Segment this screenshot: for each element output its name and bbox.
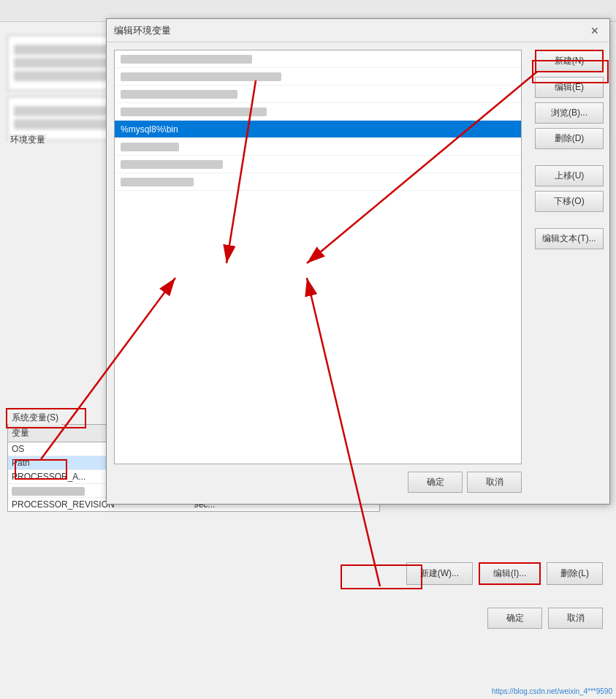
new-w-button[interactable]: 新建(W)... (406, 562, 473, 585)
dialog-confirm-buttons: 确定 取消 (114, 464, 522, 496)
list-item-mysql-text: %mysql8%\bin (121, 124, 178, 135)
list-item-text (121, 90, 237, 99)
list-item[interactable] (115, 156, 521, 173)
final-ok-cancel-buttons: 确定 取消 (106, 602, 610, 635)
sys-var-label: 系统变量(S) (9, 411, 61, 425)
new-n-button[interactable]: 新建(N) (535, 50, 604, 72)
dialog-list-area: %mysql8%\bin 确定 取消 (107, 42, 529, 504)
edit-env-dialog: 编辑环境变量 ✕ %mysql8%\bin (106, 18, 610, 505)
final-ok-button[interactable]: 确定 (487, 608, 542, 629)
list-item[interactable] (115, 68, 521, 86)
move-up-button[interactable]: 上移(U) (535, 165, 604, 186)
dialog-title-bar: 编辑环境变量 ✕ (107, 19, 609, 42)
dialog-close-button[interactable]: ✕ (588, 23, 602, 38)
dialog-body: %mysql8%\bin 确定 取消 新建(N) 编辑(E) 浏览 (107, 42, 609, 504)
list-item[interactable] (115, 103, 521, 121)
list-item-text (121, 143, 179, 151)
move-down-button[interactable]: 下移(O) (535, 191, 604, 212)
list-item-text (121, 160, 223, 169)
edit-i-button[interactable]: 编辑(I)... (479, 562, 541, 585)
dialog-ok-button[interactable]: 确定 (408, 472, 463, 493)
spacer-2 (535, 216, 604, 224)
dialog-title: 编辑环境变量 (114, 24, 171, 37)
env-section-label: 环境变量 (9, 134, 47, 146)
list-item[interactable] (115, 138, 521, 156)
bottom-action-buttons: 新建(W)... 编辑(I)... 删除(L) (106, 556, 610, 591)
list-item-mysql[interactable]: %mysql8%\bin (115, 121, 521, 138)
list-item[interactable] (115, 50, 521, 68)
delete-l-button[interactable]: 删除(L) (547, 562, 603, 585)
dialog-right-buttons: 新建(N) 编辑(E) 浏览(B)... 删除(D) 上移(U) 下移(O) 编… (529, 42, 609, 504)
dialog-cancel-button[interactable]: 取消 (467, 472, 522, 493)
path-list[interactable]: %mysql8%\bin (114, 50, 522, 464)
edit-text-button[interactable]: 编辑文本(T)... (535, 228, 604, 249)
spacer-1 (535, 154, 604, 161)
list-item[interactable] (115, 173, 521, 191)
browse-b-button[interactable]: 浏览(B)... (535, 102, 604, 124)
list-item-text (121, 178, 194, 186)
list-item[interactable] (115, 86, 521, 103)
delete-d-button[interactable]: 删除(D) (535, 128, 604, 149)
list-item-text (121, 107, 267, 116)
watermark: https://blog.csdn.net/weixin_4***9590 (492, 687, 612, 695)
final-cancel-button[interactable]: 取消 (548, 608, 603, 629)
list-item-text (121, 72, 281, 81)
list-item-text (121, 55, 252, 64)
edit-e-button[interactable]: 编辑(E) (535, 77, 604, 98)
